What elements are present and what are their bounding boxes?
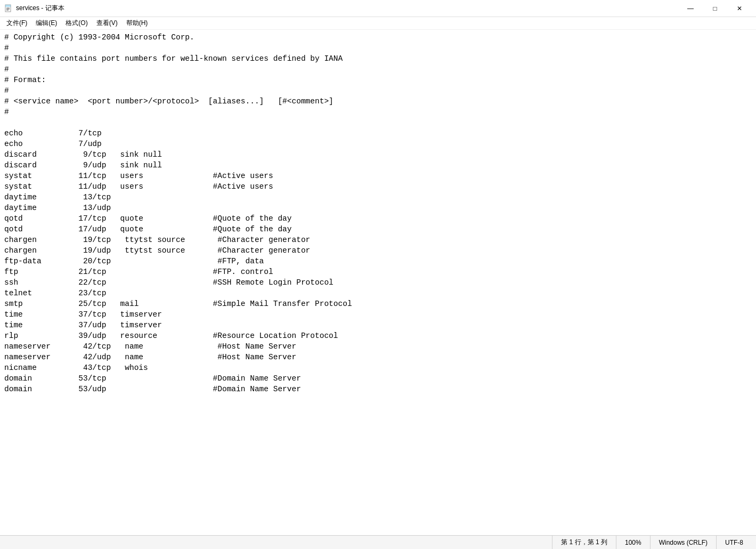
editor-content[interactable]: # Copyright (c) 1993-2004 Microsoft Corp… [0,30,756,535]
titlebar-title: services - 记事本 [16,4,64,13]
menubar: 文件(F) 编辑(E) 格式(O) 查看(V) 帮助(H) [0,17,756,30]
menu-file[interactable]: 文件(F) [2,18,31,29]
titlebar: services - 记事本 — □ ✕ [0,0,756,17]
titlebar-left: services - 记事本 [4,4,64,13]
status-zoom: 100% [616,536,650,549]
minimize-button[interactable]: — [678,0,703,17]
app-icon [4,4,13,13]
menu-edit[interactable]: 编辑(E) [31,18,61,29]
close-button[interactable]: ✕ [727,0,752,17]
editor-wrapper: # Copyright (c) 1993-2004 Microsoft Corp… [0,30,756,535]
status-position: 第 1 行，第 1 列 [552,536,616,549]
status-line-ending: Windows (CRLF) [650,536,716,549]
menu-view[interactable]: 查看(V) [92,18,122,29]
menu-help[interactable]: 帮助(H) [122,18,152,29]
statusbar: 第 1 行，第 1 列 100% Windows (CRLF) UTF-8 [0,535,756,549]
svg-rect-1 [5,5,11,7]
maximize-button[interactable]: □ [703,0,727,17]
titlebar-controls: — □ ✕ [678,0,752,17]
menu-format[interactable]: 格式(O) [61,18,92,29]
status-encoding: UTF-8 [716,536,752,549]
